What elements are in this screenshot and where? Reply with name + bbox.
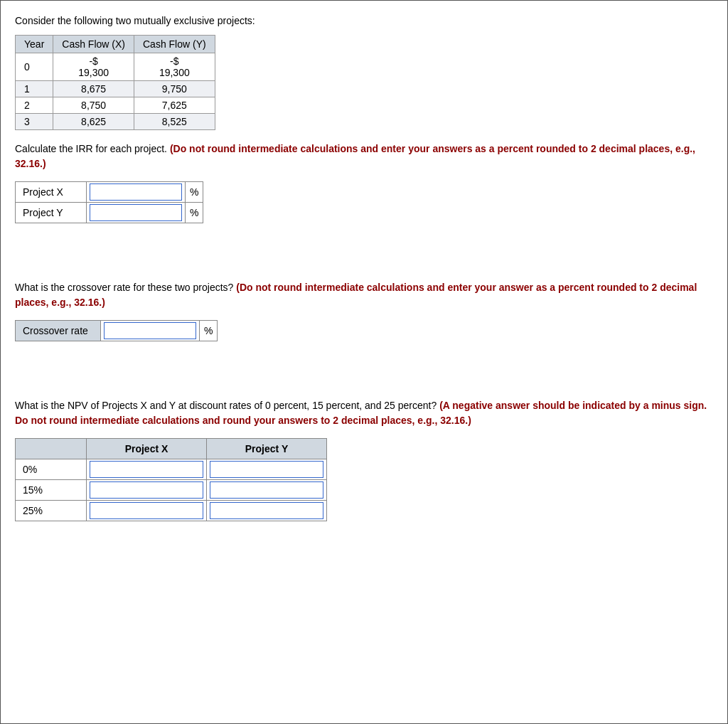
irr-project-x-label: Project X: [16, 182, 87, 203]
irr-project-y-label: Project Y: [16, 203, 87, 223]
col-header-cfy: Cash Flow (Y): [134, 36, 215, 53]
npv-rate-0: 0%: [16, 459, 87, 480]
npv-question: What is the NPV of Projects X and Y at d…: [15, 398, 713, 428]
row-cfy-0: -$ 19,300: [134, 53, 215, 81]
irr-project-y-input-cell[interactable]: [87, 203, 186, 223]
row-cfy-2: 7,625: [134, 97, 215, 114]
npv-table: Project X Project Y 0% 15%: [15, 438, 327, 521]
crossover-rate-input-cell[interactable]: [101, 321, 200, 341]
npv-x-15-cell[interactable]: [87, 480, 207, 501]
row-cfy-3: 8,525: [134, 114, 215, 130]
npv-y-15-cell[interactable]: [207, 480, 327, 501]
irr-table: Project X % Project Y %: [15, 181, 203, 223]
crossover-rate-input[interactable]: [104, 322, 196, 339]
col-header-cfx: Cash Flow (X): [53, 36, 134, 53]
irr-project-x-input-cell[interactable]: [87, 182, 186, 203]
crossover-table: Crossover rate %: [15, 320, 218, 341]
col-header-year: Year: [16, 36, 53, 53]
row-cfx-1: 8,675: [53, 81, 134, 97]
irr-question: Calculate the IRR for each project. (Do …: [15, 142, 713, 171]
crossover-rate-unit: %: [200, 321, 218, 341]
irr-project-x-unit: %: [186, 182, 203, 203]
npv-y-25-cell[interactable]: [207, 501, 327, 521]
npv-y-0-input[interactable]: [210, 461, 323, 478]
npv-col-header-x: Project X: [87, 439, 207, 459]
row-cfy-1: 9,750: [134, 81, 215, 97]
npv-col-header-empty: [16, 439, 87, 459]
row-cfx-2: 8,750: [53, 97, 134, 114]
row-year-3: 3: [16, 114, 53, 130]
crossover-question: What is the crossover rate for these two…: [15, 280, 713, 310]
row-cfx-0: -$ 19,300: [53, 53, 134, 81]
row-year-1: 1: [16, 81, 53, 97]
npv-y-0-cell[interactable]: [207, 459, 327, 480]
row-cfx-3: 8,625: [53, 114, 134, 130]
irr-project-y-input[interactable]: [90, 204, 182, 221]
npv-x-15-input[interactable]: [90, 481, 203, 499]
row-year-2: 2: [16, 97, 53, 114]
npv-rate-25: 25%: [16, 501, 87, 521]
irr-project-x-input[interactable]: [90, 183, 182, 201]
npv-rate-15: 15%: [16, 480, 87, 501]
cashflow-table: Year Cash Flow (X) Cash Flow (Y) 0 -$ 19…: [15, 35, 215, 130]
npv-x-0-cell[interactable]: [87, 459, 207, 480]
npv-y-25-input[interactable]: [210, 502, 323, 519]
npv-y-15-input[interactable]: [210, 481, 323, 499]
npv-col-header-y: Project Y: [207, 439, 327, 459]
npv-x-0-input[interactable]: [90, 461, 203, 478]
intro-text: Consider the following two mutually excl…: [15, 15, 713, 26]
npv-x-25-input[interactable]: [90, 502, 203, 519]
npv-x-25-cell[interactable]: [87, 501, 207, 521]
crossover-rate-label: Crossover rate: [16, 321, 101, 341]
irr-project-y-unit: %: [186, 203, 203, 223]
row-year-0: 0: [16, 53, 53, 81]
